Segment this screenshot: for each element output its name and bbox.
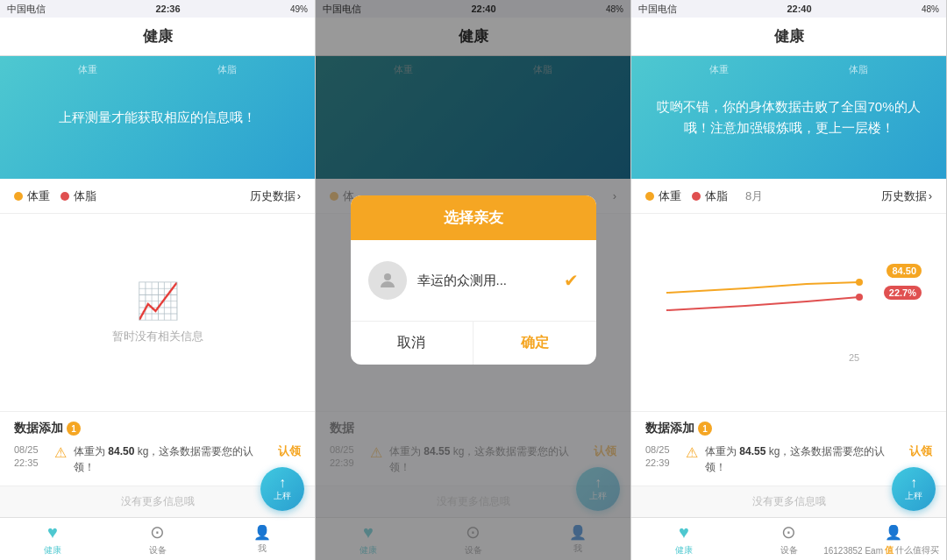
me-icon-3: 👤 <box>885 524 902 541</box>
data-desc-3: 体重为 84.55 kg，这条数据需要您的认领！ <box>705 443 902 475</box>
hero-message-1: 上秤测量才能获取相应的信息哦！ <box>59 107 256 128</box>
carrier-1: 中国电信 <box>7 3 46 16</box>
phone-3: 中国电信 22:40 48% 健康 体重 体脂 哎哟不错，你的身体数据击败了全国… <box>631 0 947 560</box>
modal-overlay: 选择亲友 幸运的众测用... ✔ 取消 确定 <box>316 0 630 560</box>
watermark: 16123852 Eam 值 什么值得买 <box>816 541 946 560</box>
data-clock-3: 22:39 <box>645 457 679 470</box>
tab-health-label-3: 健康 <box>675 544 693 556</box>
data-date-3: 08/25 <box>645 443 679 457</box>
nav-title-3: 健康 <box>774 26 804 46</box>
status-left-3: 中国电信 <box>638 3 677 16</box>
phone-2: 中国电信 22:40 48% 健康 体重 体脂 体 › 数据 08/25 <box>316 0 631 560</box>
history-link-3[interactable]: 历史数据 › <box>881 188 932 204</box>
dot-fat-3 <box>692 192 701 201</box>
dot-weight-1 <box>14 192 23 201</box>
tab-health-label-1: 健康 <box>44 544 61 556</box>
nav-title-1: 健康 <box>143 26 173 46</box>
status-bar-1: 中国电信 22:36 49% <box>0 0 315 18</box>
bottom-info-text-3: 没有更多信息哦 <box>752 494 826 509</box>
data-section-title-1: 数据添加 1 <box>14 421 301 436</box>
weight-value-3: 84.55 <box>739 445 765 457</box>
tab-health-1[interactable]: ♥ 健康 <box>0 518 105 560</box>
chart-area-3: 84.50 22.7% 25 <box>631 214 946 411</box>
modal-footer: 取消 确定 <box>351 321 596 365</box>
data-clock-1: 22:35 <box>14 457 47 470</box>
month-label-3: 8月 <box>745 188 763 204</box>
bottom-info-text-1: 没有更多信息哦 <box>121 494 195 509</box>
up-btn-label-1: 上秤 <box>274 490 291 502</box>
svg-point-2 <box>856 294 863 301</box>
history-link-1[interactable]: 历史数据 › <box>250 188 301 204</box>
watermark-id: 16123852 Eam <box>823 546 883 556</box>
data-row-3: 08/25 22:39 ⚠ 体重为 84.55 kg，这条数据需要您的认领！ 认… <box>645 443 932 475</box>
tab-device-1[interactable]: ⊙ 设备 <box>105 518 210 560</box>
x-label-3: 25 <box>849 352 859 363</box>
dot-weight-3 <box>645 192 654 201</box>
data-toggle-row-3: 体重 体脂 8月 历史数据 › <box>631 179 946 214</box>
time-3: 22:40 <box>787 4 811 14</box>
claim-btn-3[interactable]: 认领 <box>909 443 932 459</box>
device-icon-1: ⊙ <box>150 521 165 542</box>
modal-body: 幸运的众测用... ✔ <box>351 240 596 321</box>
hero-label-weight-3: 体重 <box>709 63 729 76</box>
weight-toggle-3[interactable]: 体重 <box>659 188 681 204</box>
watermark-site-name: 什么值得买 <box>895 544 939 556</box>
svg-point-1 <box>856 279 863 286</box>
check-icon: ✔ <box>564 270 579 291</box>
history-label-1: 历史数据 <box>250 188 295 204</box>
heart-icon-1: ♥ <box>47 522 58 542</box>
history-label-3: 历史数据 <box>881 188 927 204</box>
heart-icon-3: ♥ <box>679 522 689 542</box>
weight-bubble-3: 84.50 <box>886 262 922 278</box>
up-arrow-icon-1: ↑ <box>279 476 286 490</box>
weight-toggle-1[interactable]: 体重 <box>27 188 50 204</box>
chart-area-1: 📈 暂时没有相关信息 <box>0 214 315 411</box>
warning-icon-3: ⚠ <box>686 444 698 461</box>
weight-bubble-label-3: 84.50 <box>886 264 922 278</box>
up-button-3[interactable]: ↑ 上秤 <box>892 467 936 511</box>
modal-title: 选择亲友 <box>444 209 503 226</box>
fat-toggle-1[interactable]: 体脂 <box>74 188 96 204</box>
badge-1: 1 <box>67 422 81 436</box>
chevron-right-icon-3: › <box>929 189 932 202</box>
tab-me-1[interactable]: 👤 我 <box>210 518 315 560</box>
data-date-1: 08/25 <box>14 443 47 457</box>
carrier-3: 中国电信 <box>638 3 677 16</box>
modal-username: 幸运的众测用... <box>417 273 553 289</box>
modal-avatar <box>368 261 407 300</box>
chart-empty-text-1: 暂时没有相关信息 <box>112 329 203 344</box>
hero-3: 体重 体脂 哎哟不错，你的身体数据击败了全国70%的人哦！注意加强锻炼哦，更上一… <box>631 56 946 179</box>
battery-3: 48% <box>922 4 939 14</box>
fat-bubble-3: 22.7% <box>884 284 922 300</box>
status-right-1: 49% <box>290 4 308 14</box>
status-right-3: 48% <box>922 4 939 14</box>
status-left-1: 中国电信 <box>7 3 46 16</box>
dot-fat-1 <box>61 192 69 201</box>
fat-bubble-label-3: 22.7% <box>884 286 922 300</box>
data-time-3: 08/25 22:39 <box>645 443 679 471</box>
modal-user-row[interactable]: 幸运的众测用... ✔ <box>368 254 579 307</box>
modal-confirm-btn[interactable]: 确定 <box>474 322 596 365</box>
hero-labels-1: 体重 体脂 <box>0 63 315 76</box>
up-button-1[interactable]: ↑ 上秤 <box>260 467 304 511</box>
data-section-title-3: 数据添加 1 <box>645 421 932 436</box>
tab-device-label-3: 设备 <box>780 544 798 556</box>
me-icon-1: 👤 <box>253 524 271 541</box>
desc-pre-3: 体重为 <box>705 445 739 457</box>
chart-empty-icon-1: 📈 <box>136 280 180 322</box>
up-btn-label-3: 上秤 <box>905 490 922 502</box>
phone-1: 中国电信 22:36 49% 健康 体重 体脂 上秤测量才能获取相应的信息哦！ … <box>0 0 316 560</box>
warning-icon-1: ⚠ <box>54 444 67 461</box>
weight-value-1: 84.50 <box>108 445 134 457</box>
fat-toggle-3[interactable]: 体脂 <box>705 188 728 204</box>
chevron-right-icon-1: › <box>297 189 301 202</box>
modal-box: 选择亲友 幸运的众测用... ✔ 取消 确定 <box>351 195 596 365</box>
modal-cancel-btn[interactable]: 取消 <box>351 322 474 365</box>
tab-health-3[interactable]: ♥ 健康 <box>631 518 737 560</box>
hero-label-weight-1: 体重 <box>78 63 97 76</box>
up-arrow-icon-3: ↑ <box>910 476 917 490</box>
tab-me-label-1: 我 <box>258 542 267 555</box>
time-1: 22:36 <box>155 4 180 14</box>
watermark-site: 值 <box>885 544 894 556</box>
claim-btn-1[interactable]: 认领 <box>278 443 301 459</box>
